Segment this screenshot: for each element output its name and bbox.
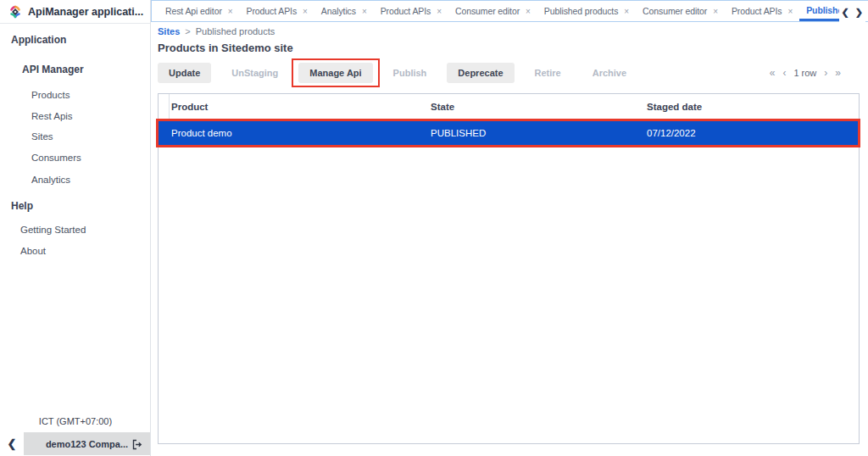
manage-api-button[interactable]: Manage Api	[298, 63, 372, 83]
scroll-tabs-right-icon[interactable]: ❯	[855, 7, 863, 18]
manage-api-annotated-wrapper: Manage Api	[298, 63, 372, 83]
close-tab-icon[interactable]: ×	[303, 7, 308, 16]
sidebar-item-about[interactable]: About	[20, 246, 46, 256]
publish-button: Publish	[382, 63, 438, 83]
cell-product: Product demo	[170, 128, 429, 138]
selection-column-header	[159, 94, 170, 120]
pagination: « ‹ 1 row › »	[770, 63, 841, 83]
breadcrumb: Sites > Published products	[158, 26, 275, 36]
breadcrumb-separator: >	[185, 26, 190, 36]
close-tab-icon[interactable]: ×	[713, 7, 718, 16]
sidebar-item-consumers[interactable]: Consumers	[31, 153, 81, 163]
tab-label: Product APIs	[381, 6, 431, 16]
table-row[interactable]: Product demo PUBLISHED 07/12/2022	[159, 121, 859, 145]
next-page-icon[interactable]: ›	[824, 67, 827, 79]
sidebar-item-rest-apis[interactable]: Rest Apis	[31, 111, 73, 121]
retire-button: Retire	[524, 63, 572, 83]
close-tab-icon[interactable]: ×	[526, 7, 531, 16]
tab-rest-api-editor[interactable]: Rest Api editor ×	[159, 1, 240, 21]
tab-label: Analytics	[321, 6, 356, 16]
scroll-tabs-left-icon[interactable]: ❮	[842, 7, 849, 18]
first-page-icon[interactable]: «	[770, 67, 776, 79]
sidebar-footer: ❮ demo123 Compa...	[0, 432, 150, 455]
previous-page-icon[interactable]: ‹	[782, 67, 786, 79]
tab-published-products-active[interactable]: Published products	[799, 1, 839, 21]
breadcrumb-sites-link[interactable]: Sites	[158, 26, 180, 36]
sidebar-item-api-manager[interactable]: API Manager	[22, 64, 84, 75]
column-header-product[interactable]: Product	[170, 102, 429, 112]
tab-consumer-editor-2[interactable]: Consumer editor ×	[636, 1, 725, 21]
close-tab-icon[interactable]: ×	[787, 7, 793, 16]
cell-staged-date: 07/12/2022	[645, 128, 859, 138]
sidebar-section-application: Application	[11, 34, 66, 46]
tab-label: Rest Api editor	[165, 6, 222, 16]
tab-scroll-controls: ❮ ❯	[839, 1, 865, 23]
logout-icon[interactable]	[131, 438, 142, 453]
unstaging-button: UnStaging	[220, 63, 289, 83]
cell-state: PUBLISHED	[429, 128, 645, 138]
tab-product-apis-1[interactable]: Product APIs ×	[240, 1, 314, 21]
sidebar-item-analytics[interactable]: Analytics	[31, 175, 70, 185]
tab-label: Consumer editor	[455, 6, 520, 16]
account-label: demo123 Compa...	[46, 439, 128, 449]
close-tab-icon[interactable]: ×	[624, 7, 629, 16]
tab-analytics[interactable]: Analytics ×	[314, 1, 374, 21]
deprecate-button[interactable]: Deprecate	[447, 63, 514, 83]
table-header-row: Product State Staged date	[159, 94, 859, 120]
sidebar: ApiManager applicati... Application API …	[0, 0, 151, 456]
close-tab-icon[interactable]: ×	[228, 7, 233, 16]
last-page-icon[interactable]: »	[835, 67, 841, 79]
tab-label: Product APIs	[247, 6, 298, 16]
archive-button: Archive	[581, 63, 637, 83]
toolbar: Update UnStaging Manage Api Publish Depr…	[158, 63, 860, 83]
sidebar-section-help: Help	[11, 200, 33, 212]
tab-label: Published products	[544, 6, 619, 16]
account-button[interactable]: demo123 Compa...	[24, 432, 150, 455]
tab-published-products-1[interactable]: Published products ×	[537, 1, 636, 21]
chevron-left-icon: ❮	[8, 437, 17, 450]
tab-consumer-editor-1[interactable]: Consumer editor ×	[448, 1, 537, 21]
column-header-staged-date[interactable]: Staged date	[645, 102, 859, 112]
app-title: ApiManager applicati...	[28, 6, 143, 18]
sidebar-item-getting-started[interactable]: Getting Started	[20, 225, 86, 235]
breadcrumb-current: Published products	[196, 26, 275, 36]
close-tab-icon[interactable]: ×	[437, 7, 442, 16]
column-header-state[interactable]: State	[429, 102, 645, 112]
app-logo-icon	[8, 5, 22, 19]
update-button[interactable]: Update	[158, 63, 211, 83]
close-tab-icon[interactable]: ×	[362, 7, 367, 16]
sidebar-item-sites[interactable]: Sites	[31, 131, 53, 142]
tab-bar: Rest Api editor × Product APIs × Analyti…	[151, 0, 868, 22]
timezone-label: ICT (GMT+07:00)	[0, 416, 151, 426]
tab-label: Product APIs	[732, 6, 782, 16]
tab-product-apis-3[interactable]: Product APIs ×	[725, 1, 799, 21]
products-table: Product State Staged date Product demo P…	[158, 93, 860, 444]
collapse-sidebar-button[interactable]: ❮	[0, 432, 24, 455]
tab-product-apis-2[interactable]: Product APIs ×	[374, 1, 448, 21]
page-title: Products in Sitedemo site	[158, 42, 293, 54]
tab-label: Published products	[806, 5, 839, 15]
app-header: ApiManager applicati...	[0, 0, 150, 24]
tab-list: Rest Api editor × Product APIs × Analyti…	[152, 1, 839, 21]
row-count-label: 1 row	[793, 68, 816, 78]
sidebar-item-products[interactable]: Products	[31, 90, 70, 100]
tab-label: Consumer editor	[643, 6, 707, 16]
